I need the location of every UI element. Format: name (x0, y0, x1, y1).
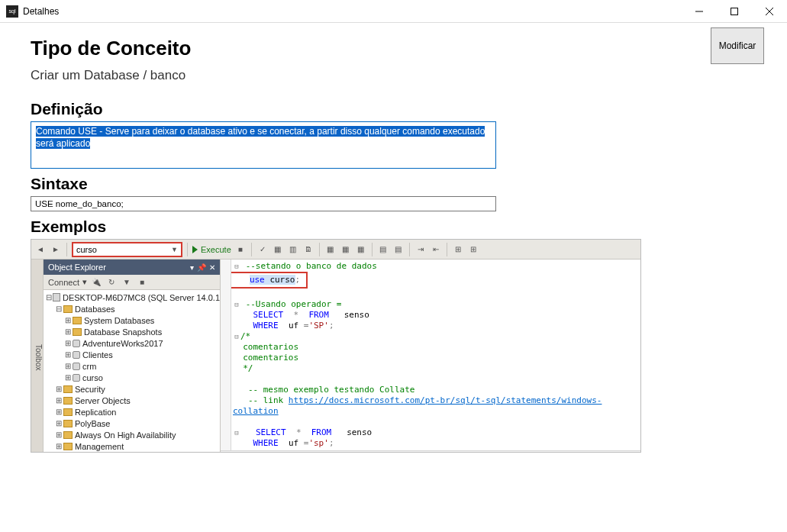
definition-textbox[interactable]: Comando USE - Serve para deixar o databa… (31, 121, 496, 169)
page-heading: Tipo de Conceito (31, 37, 191, 60)
tool-icon[interactable]: ⇥ (414, 243, 427, 256)
object-explorer-title: Object Explorer (48, 263, 106, 272)
tree-item[interactable]: AdventureWorks2017 (82, 339, 163, 348)
tool-icon[interactable]: ▦ (272, 243, 284, 256)
toolbox-tab[interactable]: Toolbox (31, 260, 44, 452)
syntax-heading: Sintaxe (31, 175, 756, 193)
execute-button[interactable]: Execute (192, 245, 231, 254)
tree-item[interactable]: PolyBase (75, 419, 110, 428)
tree-item[interactable]: Database Snapshots (84, 327, 162, 337)
close-button[interactable] (752, 0, 787, 23)
syntax-textbox[interactable]: USE nome_do_banco; (31, 196, 496, 211)
editor-pane: SQLQuery2.sql - DE...6D7MC8\lugui (54))*… (221, 260, 640, 452)
tool-icon[interactable]: ▥ (287, 243, 299, 256)
pin-icon[interactable]: 📌 (197, 263, 206, 272)
maximize-button[interactable] (717, 0, 752, 23)
minimize-button[interactable] (682, 0, 717, 23)
nav-back-icon[interactable]: ◄ (34, 243, 47, 256)
modify-button[interactable]: Modificar (711, 27, 764, 64)
close-icon[interactable]: ✕ (209, 263, 215, 272)
window-titlebar: sql Detalhes (0, 0, 787, 23)
tool-icon[interactable]: ▦ (355, 243, 367, 256)
connect-icon[interactable]: 🔌 (90, 276, 102, 289)
content-area: Tipo de Conceito Criar um Database / ban… (0, 23, 787, 468)
tool-icon[interactable]: ▦ (324, 243, 337, 256)
ssms-toolbar: ◄ ► curso ▼ Execute ■ ✓ ▦ ▥ 🗎 ▦ ▦ ▦ ▤ (31, 240, 640, 260)
stop-icon[interactable]: ■ (234, 243, 247, 256)
database-dropdown[interactable]: curso ▼ (72, 242, 182, 257)
tree-item[interactable]: Always On High Availability (75, 430, 176, 440)
tree-item[interactable]: Security (75, 385, 105, 394)
stop-icon[interactable]: ■ (136, 276, 148, 289)
tool-icon[interactable]: ⊞ (467, 243, 479, 256)
object-explorer: Object Explorer ▾📌✕ Connect▾ 🔌 ↻ ▼ ■ ⊟DE… (44, 260, 221, 452)
parse-icon[interactable]: ✓ (256, 243, 269, 256)
tool-icon[interactable]: ⇤ (430, 243, 442, 256)
pin-icon[interactable]: ▾ (190, 263, 194, 272)
ssms-example: ◄ ► curso ▼ Execute ■ ✓ ▦ ▥ 🗎 ▦ ▦ ▦ ▤ (31, 239, 641, 453)
window-title: Detalhes (23, 6, 682, 17)
chevron-down-icon: ▼ (171, 246, 178, 253)
definition-text: Comando USE - Serve para deixar o databa… (36, 126, 485, 149)
filter-icon[interactable]: ▼ (121, 276, 133, 289)
refresh-icon[interactable]: ↻ (105, 276, 118, 289)
tree-item[interactable]: Replication (75, 408, 116, 417)
tree-item[interactable]: Management (75, 442, 124, 451)
tool-icon[interactable]: ⊞ (452, 243, 464, 256)
tree-item[interactable]: crm (82, 362, 96, 371)
play-icon (192, 246, 198, 253)
syntax-text: USE nome_do_banco; (35, 199, 124, 208)
tool-icon[interactable]: ▤ (377, 243, 389, 256)
code-editor[interactable]: ⊟ --setando o banco de dados use curso; … (221, 260, 640, 450)
svg-rect-1 (731, 8, 738, 15)
tool-icon[interactable]: ▤ (392, 243, 405, 256)
zoom-bar[interactable]: 100 %▾◂ (221, 450, 640, 453)
nav-fwd-icon[interactable]: ► (50, 243, 62, 256)
execute-label: Execute (201, 245, 231, 254)
object-tree[interactable]: ⊟DESKTOP-M6D7MC8 (SQL Server 14.0.1 ⊟Dat… (44, 290, 220, 452)
tool-icon[interactable]: ▦ (340, 243, 352, 256)
connect-toolbar: Connect▾ 🔌 ↻ ▼ ■ (44, 275, 220, 290)
database-dropdown-value: curso (76, 245, 97, 254)
tree-item[interactable]: Clientes (82, 350, 113, 360)
object-explorer-header: Object Explorer ▾📌✕ (44, 260, 220, 275)
tree-item[interactable]: curso (82, 373, 103, 382)
tree-item[interactable]: Server Objects (75, 396, 131, 405)
tree-item[interactable]: System Databases (84, 316, 154, 325)
connect-label[interactable]: Connect (48, 278, 79, 287)
tree-server[interactable]: DESKTOP-M6D7MC8 (SQL Server 14.0.1 (63, 293, 220, 302)
tool-icon[interactable]: 🗎 (302, 243, 314, 256)
app-icon: sql (6, 5, 18, 18)
page-subtitle: Criar um Database / banco (31, 68, 191, 83)
definition-heading: Definição (31, 100, 756, 118)
examples-heading: Exemplos (31, 218, 756, 236)
tree-databases[interactable]: Databases (75, 305, 115, 314)
